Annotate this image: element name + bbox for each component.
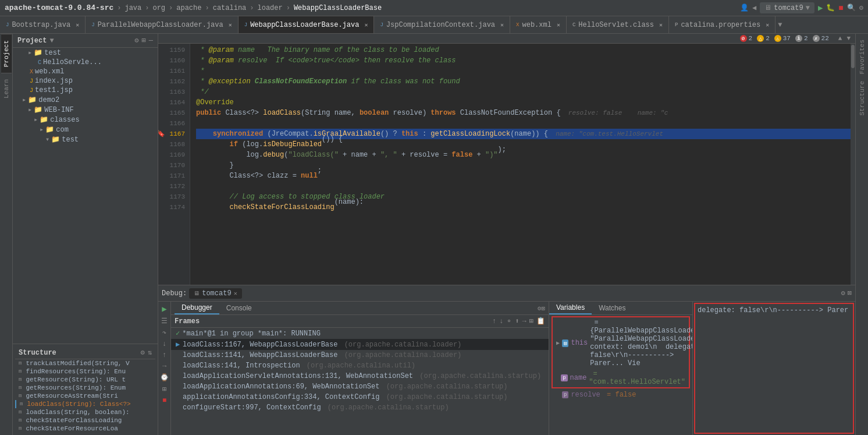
frames-down-icon[interactable]: ↓: [499, 317, 503, 326]
project-settings-icon[interactable]: ⚙: [134, 36, 138, 45]
frame-main-running[interactable]: ✓ *main*@1 in group *main*: RUNNING: [171, 328, 549, 339]
scroll-down-icon[interactable]: ▼: [846, 35, 851, 42]
frame-loadclass-1167[interactable]: ▶ loadClass:1167, WebappClassLoaderBase …: [171, 339, 549, 350]
tab-jsp-compilation[interactable]: J JspCompilationContext.java ✕: [374, 16, 510, 34]
vtab-learn[interactable]: Learn: [1, 73, 12, 104]
structure-item-loadclass2[interactable]: m loadClass(String, boolean):: [15, 408, 155, 416]
frame-loadapp-69[interactable]: loadApplicationAnnotations:69, WebAnnota…: [171, 381, 549, 392]
vtab-project[interactable]: Project: [1, 34, 12, 73]
frames-stepout2-icon[interactable]: ⬆: [515, 317, 519, 326]
frame-appannot-334[interactable]: applicationAnnotationsConfig:334, Contex…: [171, 392, 549, 402]
tree-item-webinf[interactable]: ▸ 📁 WEB-INF: [13, 105, 158, 115]
var-this[interactable]: ▶ ▤ this = {ParallelWebappClassLoader@25…: [553, 317, 689, 369]
tab-dropdown-icon[interactable]: ▼: [778, 21, 782, 29]
error-count[interactable]: ⊘ 2: [740, 35, 753, 42]
debug-stepinto-icon[interactable]: ↓: [162, 340, 166, 348]
debug-runtohere-icon[interactable]: →: [162, 362, 166, 370]
hint-count[interactable]: i 2: [795, 35, 808, 42]
warning-count[interactable]: △ 2: [757, 35, 770, 42]
structure-item-find[interactable]: m findResources(String): Enu: [15, 367, 155, 376]
structure-item-track[interactable]: m trackLastModified(String, V: [15, 359, 155, 367]
breadcrumb-apache[interactable]: apache: [176, 4, 201, 12]
structure-sort-icon[interactable]: ⇅: [148, 348, 152, 357]
var-resolve[interactable]: p resolve = false: [549, 390, 692, 400]
debug-settings-icon[interactable]: ⚙: [841, 289, 845, 298]
editor-scrollbar[interactable]: [851, 44, 855, 285]
scroll-up-icon[interactable]: ▲: [838, 35, 842, 42]
frames-grid-icon[interactable]: ⊞: [529, 317, 533, 326]
debug-stepout-icon[interactable]: ↑: [162, 351, 166, 359]
debug-run-button[interactable]: 🐛: [826, 3, 835, 12]
debug-toolbar-icon[interactable]: ☰: [161, 317, 168, 326]
stop-button[interactable]: ■: [838, 3, 843, 13]
frame-configurestart-997[interactable]: configureStart:997, ContextConfig (org.a…: [171, 402, 549, 413]
tree-item-test[interactable]: ▸ 📁 test: [13, 48, 158, 58]
project-collapse-icon[interactable]: —: [149, 37, 153, 45]
frame-loadclass-141[interactable]: loadClass:141, Introspection (org.apache…: [171, 360, 549, 371]
debug-stop-icon[interactable]: ■: [162, 397, 166, 405]
breadcrumb-loader[interactable]: loader: [258, 4, 283, 12]
frame-loadapp-131[interactable]: loadApplicationServletAnnotations:131, W…: [171, 371, 549, 381]
tree-item-test-com[interactable]: ▾ 📁 test: [13, 135, 158, 144]
breadcrumb-org[interactable]: org: [152, 4, 165, 12]
debug-expand-icon[interactable]: ⊠: [848, 289, 852, 298]
debug-resume-icon[interactable]: ▶: [162, 304, 166, 314]
tab-helloservlet-class[interactable]: C HelloServlet.class ✕: [567, 16, 669, 34]
breadcrumb-class[interactable]: WebappClassLoaderBase: [294, 4, 382, 12]
tree-item-demo2[interactable]: ▸ 📁 demo2: [13, 95, 158, 105]
structure-item-checkresource[interactable]: m checkStateForResourceLoa: [15, 425, 155, 433]
project-layout-icon[interactable]: ⊞: [142, 36, 146, 45]
tree-item-com[interactable]: ▸ 📁 com: [13, 125, 158, 135]
tree-item-classes[interactable]: ▸ 📁 classes: [13, 115, 158, 125]
frames-copy-icon[interactable]: 📋: [536, 317, 545, 326]
debug-frames-icon[interactable]: ⊞: [162, 385, 166, 394]
tree-item-web-xml[interactable]: X web.xml: [13, 67, 158, 76]
other-count[interactable]: ✗ 22: [813, 35, 829, 42]
tab-parallel[interactable]: J ParallelWebappClassLoader.java ✕: [86, 16, 238, 34]
structure-item-loadclass1[interactable]: m loadClass(String): Class<?>: [15, 400, 155, 408]
run-config-selector[interactable]: 🖥 tomcat9 ▼: [760, 2, 814, 13]
tab-catalina-properties[interactable]: P catalina.properties ✕: [669, 16, 775, 34]
watches-tab-btn[interactable]: Watches: [592, 302, 632, 314]
tab-webapp-classloader-base[interactable]: J WebappClassLoaderBase.java ✕: [239, 16, 375, 34]
breadcrumb-java[interactable]: java: [124, 4, 141, 12]
info-count[interactable]: ⚠ 37: [774, 35, 791, 42]
var-expand-icon[interactable]: ▶: [556, 339, 560, 346]
run-button[interactable]: ▶: [818, 3, 823, 13]
frames-runtohere2-icon[interactable]: →: [522, 317, 527, 326]
settings-gear-icon[interactable]: ⚙: [859, 3, 863, 12]
frames-filter-icon[interactable]: ⚬: [506, 317, 512, 326]
toolbar-arrow-icon[interactable]: ◀: [752, 3, 756, 12]
frame-loadclass-1141[interactable]: loadClass:1141, WebappClassLoaderBase (o…: [171, 350, 549, 360]
tree-item-test1-jsp[interactable]: J test1.jsp: [13, 86, 158, 95]
variables-tab-btn[interactable]: Variables: [549, 302, 592, 314]
debug-stepover-icon[interactable]: ↷: [162, 328, 166, 337]
structure-item-checkstate[interactable]: m checkStateForClassLoading: [15, 416, 155, 425]
project-label[interactable]: Project: [17, 37, 47, 45]
debugger-tab-btn[interactable]: Debugger: [175, 302, 219, 314]
tab-web-xml[interactable]: X web.xml ✕: [510, 16, 567, 34]
console-tab-btn[interactable]: Console: [219, 302, 259, 314]
tab-bootstrap[interactable]: J Bootstrap.java ✕: [0, 16, 86, 34]
tree-item-helloservlet[interactable]: C HelloServle...: [13, 58, 158, 67]
structure-item-getresources[interactable]: m getResources(String): Enum: [15, 384, 155, 392]
breadcrumb-catalina[interactable]: catalina: [213, 4, 247, 12]
tree-item-index-jsp[interactable]: J index.jsp: [13, 76, 158, 86]
search-button[interactable]: 🔍: [847, 3, 856, 12]
frames-expand-icon[interactable]: ⊠: [541, 305, 545, 312]
structure-settings-icon[interactable]: ⚙: [141, 348, 145, 357]
var-name[interactable]: p name = "com.test.HelloServlet": [553, 369, 689, 387]
right-structure-icon[interactable]: Structure: [858, 77, 867, 119]
structure-item-getresourceasstream[interactable]: m getResourceAsStream(Stri: [15, 392, 155, 400]
structure-item-getresource[interactable]: m getResource(String): URL t: [15, 376, 155, 384]
debug-evaluate-icon[interactable]: ⌚: [160, 373, 169, 382]
debug-session-tab[interactable]: 🖥 tomcat9 ✕: [189, 288, 241, 299]
frames-settings-icon[interactable]: ⚙: [538, 305, 542, 312]
frames-up-icon[interactable]: ↑: [492, 317, 496, 326]
code-editor[interactable]: 1159 1160 1161 1162 1163 1164 1165 1166 …: [158, 44, 855, 285]
debug-session-close[interactable]: ✕: [234, 290, 237, 297]
code-content[interactable]: * @param name The binary name of the cla…: [190, 44, 855, 285]
right-favorites-icon[interactable]: Favorites: [858, 36, 867, 77]
project-dropdown-icon[interactable]: ▼: [49, 37, 54, 45]
toolbar-person-icon[interactable]: 👤: [740, 3, 749, 12]
